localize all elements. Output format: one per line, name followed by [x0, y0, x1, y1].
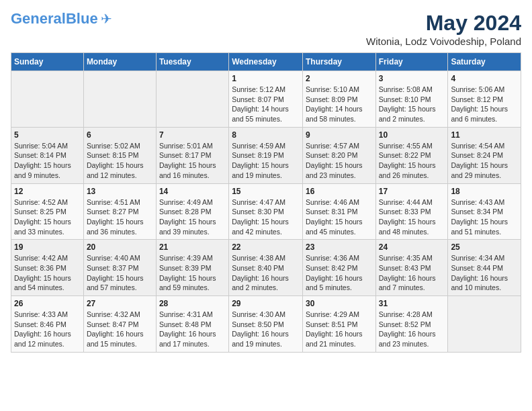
day-number: 26 [14, 299, 81, 308]
calendar-cell [11, 71, 84, 128]
calendar-cell: 10Sunrise: 4:55 AM Sunset: 8:22 PM Dayli… [375, 127, 448, 183]
title-block: May 2024 Witonia, Lodz Voivodeship, Pola… [366, 11, 521, 47]
day-number: 11 [451, 130, 518, 140]
calendar-cell: 1Sunrise: 5:12 AM Sunset: 8:07 PM Daylig… [229, 71, 303, 128]
calendar-cell: 6Sunrise: 5:02 AM Sunset: 8:15 PM Daylig… [83, 127, 156, 183]
calendar-cell: 28Sunrise: 4:31 AM Sunset: 8:48 PM Dayli… [156, 296, 228, 353]
calendar-cell: 26Sunrise: 4:33 AM Sunset: 8:46 PM Dayli… [11, 296, 84, 353]
calendar-cell: 19Sunrise: 4:42 AM Sunset: 8:36 PM Dayli… [11, 240, 84, 296]
day-info: Sunrise: 5:10 AM Sunset: 8:09 PM Dayligh… [306, 85, 373, 124]
calendar-cell: 17Sunrise: 4:44 AM Sunset: 8:33 PM Dayli… [375, 183, 448, 240]
day-info: Sunrise: 5:08 AM Sunset: 8:10 PM Dayligh… [379, 85, 445, 124]
calendar-table: SundayMondayTuesdayWednesdayThursdayFrid… [11, 52, 521, 353]
weekday-header: Tuesday [156, 53, 228, 71]
day-info: Sunrise: 5:12 AM Sunset: 8:07 PM Dayligh… [232, 85, 300, 124]
day-number: 13 [87, 187, 153, 196]
day-info: Sunrise: 4:30 AM Sunset: 8:50 PM Dayligh… [232, 310, 300, 349]
weekday-header: Wednesday [229, 53, 303, 71]
calendar-cell: 12Sunrise: 4:52 AM Sunset: 8:25 PM Dayli… [11, 183, 84, 240]
day-number: 30 [306, 299, 373, 308]
day-info: Sunrise: 5:04 AM Sunset: 8:14 PM Dayligh… [14, 141, 81, 181]
day-info: Sunrise: 4:44 AM Sunset: 8:33 PM Dayligh… [379, 197, 445, 237]
day-info: Sunrise: 4:39 AM Sunset: 8:39 PM Dayligh… [159, 253, 226, 293]
day-number: 2 [306, 74, 373, 83]
calendar-cell: 29Sunrise: 4:30 AM Sunset: 8:50 PM Dayli… [229, 296, 303, 353]
day-number: 10 [379, 130, 445, 140]
weekday-header: Monday [83, 53, 156, 71]
logo: GeneralBlue ✈ [11, 11, 112, 27]
day-info: Sunrise: 5:02 AM Sunset: 8:15 PM Dayligh… [87, 141, 153, 181]
day-info: Sunrise: 4:49 AM Sunset: 8:28 PM Dayligh… [159, 197, 226, 237]
day-number: 21 [159, 242, 226, 252]
day-info: Sunrise: 4:46 AM Sunset: 8:31 PM Dayligh… [306, 197, 373, 237]
day-info: Sunrise: 4:34 AM Sunset: 8:44 PM Dayligh… [451, 253, 518, 293]
day-info: Sunrise: 4:43 AM Sunset: 8:34 PM Dayligh… [451, 197, 518, 237]
calendar-cell: 27Sunrise: 4:32 AM Sunset: 8:47 PM Dayli… [83, 296, 156, 353]
day-info: Sunrise: 4:38 AM Sunset: 8:40 PM Dayligh… [232, 253, 300, 293]
day-number: 9 [306, 130, 373, 140]
day-info: Sunrise: 4:36 AM Sunset: 8:42 PM Dayligh… [306, 253, 373, 293]
weekday-header: Friday [375, 53, 448, 71]
calendar-cell: 22Sunrise: 4:38 AM Sunset: 8:40 PM Dayli… [229, 240, 303, 296]
day-info: Sunrise: 4:40 AM Sunset: 8:37 PM Dayligh… [87, 253, 153, 293]
day-number: 14 [159, 187, 226, 196]
calendar-cell: 7Sunrise: 5:01 AM Sunset: 8:17 PM Daylig… [156, 127, 228, 183]
day-info: Sunrise: 4:51 AM Sunset: 8:27 PM Dayligh… [87, 197, 153, 237]
day-number: 17 [379, 187, 445, 196]
calendar-cell: 4Sunrise: 5:06 AM Sunset: 8:12 PM Daylig… [448, 71, 521, 128]
day-info: Sunrise: 4:52 AM Sunset: 8:25 PM Dayligh… [14, 197, 81, 237]
day-info: Sunrise: 4:31 AM Sunset: 8:48 PM Dayligh… [159, 310, 226, 349]
day-info: Sunrise: 4:33 AM Sunset: 8:46 PM Dayligh… [14, 310, 81, 349]
day-number: 22 [232, 242, 300, 252]
day-info: Sunrise: 4:28 AM Sunset: 8:52 PM Dayligh… [379, 310, 445, 349]
day-number: 24 [379, 242, 445, 252]
day-info: Sunrise: 4:35 AM Sunset: 8:43 PM Dayligh… [379, 253, 445, 293]
day-info: Sunrise: 4:55 AM Sunset: 8:22 PM Dayligh… [379, 141, 445, 181]
day-number: 1 [232, 74, 300, 83]
calendar-cell: 16Sunrise: 4:46 AM Sunset: 8:31 PM Dayli… [302, 183, 375, 240]
day-info: Sunrise: 5:06 AM Sunset: 8:12 PM Dayligh… [451, 85, 518, 124]
day-info: Sunrise: 4:54 AM Sunset: 8:24 PM Dayligh… [451, 141, 518, 181]
day-number: 8 [232, 130, 300, 140]
calendar-cell: 15Sunrise: 4:47 AM Sunset: 8:30 PM Dayli… [229, 183, 303, 240]
day-info: Sunrise: 4:32 AM Sunset: 8:47 PM Dayligh… [87, 310, 153, 349]
calendar-cell: 9Sunrise: 4:57 AM Sunset: 8:20 PM Daylig… [302, 127, 375, 183]
day-number: 27 [87, 299, 153, 308]
calendar-cell: 25Sunrise: 4:34 AM Sunset: 8:44 PM Dayli… [448, 240, 521, 296]
day-number: 25 [451, 242, 518, 252]
main-title: May 2024 [366, 11, 521, 36]
day-number: 28 [159, 299, 226, 308]
calendar-cell: 23Sunrise: 4:36 AM Sunset: 8:42 PM Dayli… [302, 240, 375, 296]
day-info: Sunrise: 4:42 AM Sunset: 8:36 PM Dayligh… [14, 253, 81, 293]
bird-icon: ✈ [101, 11, 112, 27]
day-number: 31 [379, 299, 445, 308]
calendar-cell: 18Sunrise: 4:43 AM Sunset: 8:34 PM Dayli… [448, 183, 521, 240]
day-number: 23 [306, 242, 373, 252]
weekday-header: Saturday [448, 53, 521, 71]
calendar-cell: 31Sunrise: 4:28 AM Sunset: 8:52 PM Dayli… [375, 296, 448, 353]
day-number: 5 [14, 130, 81, 140]
calendar-cell: 5Sunrise: 5:04 AM Sunset: 8:14 PM Daylig… [11, 127, 84, 183]
day-info: Sunrise: 5:01 AM Sunset: 8:17 PM Dayligh… [159, 141, 226, 181]
logo-text: GeneralBlue [11, 11, 98, 27]
calendar-cell [448, 296, 521, 353]
day-number: 3 [379, 74, 445, 83]
subtitle: Witonia, Lodz Voivodeship, Poland [366, 36, 521, 47]
calendar-cell [156, 71, 228, 128]
weekday-header: Thursday [302, 53, 375, 71]
calendar-cell: 21Sunrise: 4:39 AM Sunset: 8:39 PM Dayli… [156, 240, 228, 296]
day-number: 19 [14, 242, 81, 252]
day-info: Sunrise: 4:47 AM Sunset: 8:30 PM Dayligh… [232, 197, 300, 237]
page-header: GeneralBlue ✈ May 2024 Witonia, Lodz Voi… [11, 11, 521, 47]
day-number: 12 [14, 187, 81, 196]
day-number: 15 [232, 187, 300, 196]
calendar-cell [83, 71, 156, 128]
day-number: 7 [159, 130, 226, 140]
day-number: 4 [451, 74, 518, 83]
day-info: Sunrise: 4:59 AM Sunset: 8:19 PM Dayligh… [232, 141, 300, 181]
calendar-cell: 30Sunrise: 4:29 AM Sunset: 8:51 PM Dayli… [302, 296, 375, 353]
calendar-cell: 24Sunrise: 4:35 AM Sunset: 8:43 PM Dayli… [375, 240, 448, 296]
calendar-cell: 13Sunrise: 4:51 AM Sunset: 8:27 PM Dayli… [83, 183, 156, 240]
day-number: 20 [87, 242, 153, 252]
calendar-cell: 20Sunrise: 4:40 AM Sunset: 8:37 PM Dayli… [83, 240, 156, 296]
